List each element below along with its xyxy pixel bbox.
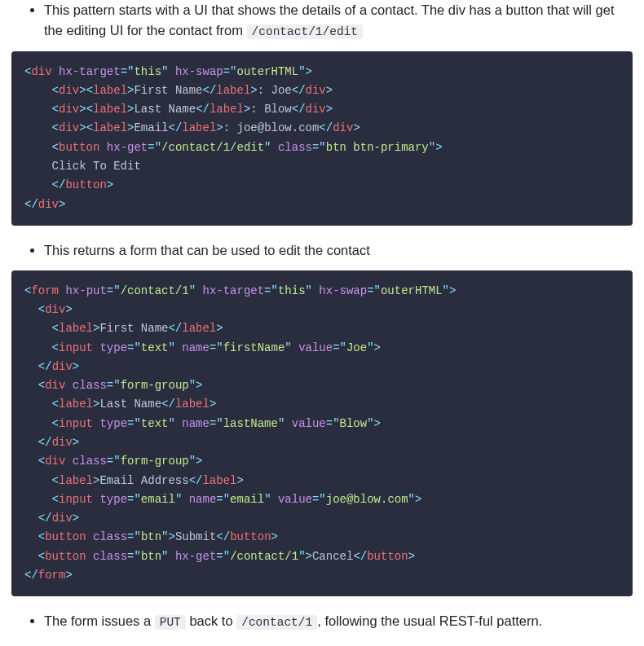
bullet-list-2: This returns a form that can be used to …: [11, 240, 633, 261]
bullet-3: The form issues a PUT back to /contact/1…: [44, 611, 633, 632]
inline-code-path-contact: /contact/1: [236, 615, 317, 630]
document-body: This pattern starts with a UI that shows…: [0, 0, 644, 646]
bullet-3-text-c: , following the usual REST-ful pattern.: [317, 613, 542, 628]
bullet-2: This returns a form that can be used to …: [44, 240, 633, 261]
bullet-list-3: The form issues a PUT back to /contact/1…: [11, 611, 633, 632]
bullet-3-text-b: back to: [186, 613, 236, 628]
code-block-1: <div hx-target="this" hx-swap="outerHTML…: [11, 51, 633, 226]
bullet-1: This pattern starts with a UI that shows…: [44, 0, 633, 42]
bullet-2-text: This returns a form that can be used to …: [44, 243, 370, 257]
bullet-list-1: This pattern starts with a UI that shows…: [11, 0, 633, 42]
inline-code-path-edit: /contact/1/edit: [247, 24, 364, 39]
inline-code-put: PUT: [155, 615, 186, 630]
code-block-2: <form hx-put="/contact/1" hx-target="thi…: [11, 270, 633, 597]
bullet-3-text-a: The form issues a: [44, 613, 155, 628]
